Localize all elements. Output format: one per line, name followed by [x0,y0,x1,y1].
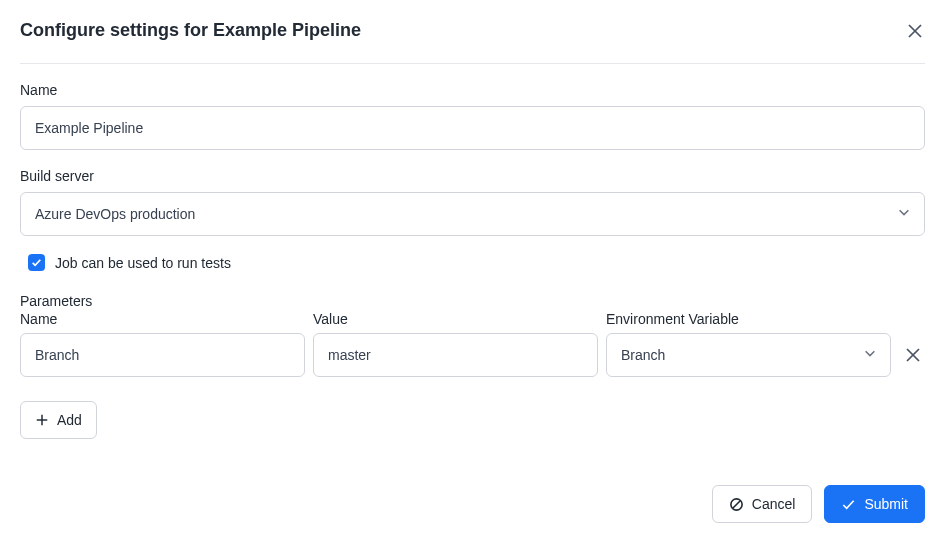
param-col-value: Value [313,311,598,327]
add-button[interactable]: Add [20,401,97,439]
submit-button[interactable]: Submit [824,485,925,523]
parameter-row [20,333,925,377]
param-value-input[interactable] [313,333,598,377]
svg-line-7 [733,500,741,508]
param-col-env: Environment Variable [606,311,891,327]
parameters-header-row: Name Value Environment Variable [20,311,925,333]
job-tests-label: Job can be used to run tests [55,255,231,271]
param-col-name: Name [20,311,305,327]
close-icon [907,23,923,39]
parameters-label: Parameters [20,293,925,309]
submit-button-label: Submit [864,496,908,512]
close-button[interactable] [905,21,925,41]
name-input[interactable] [20,106,925,150]
cancel-button-label: Cancel [752,496,796,512]
name-label: Name [20,82,925,98]
cancel-button[interactable]: Cancel [712,485,813,523]
dialog-header: Configure settings for Example Pipeline [20,20,925,64]
plus-icon [35,413,49,427]
dialog-title: Configure settings for Example Pipeline [20,20,361,41]
cancel-icon [729,497,744,512]
build-server-select[interactable] [20,192,925,236]
param-name-input[interactable] [20,333,305,377]
param-delete-button[interactable] [899,347,927,363]
checkbox-row: Job can be used to run tests [28,254,925,271]
build-server-group: Build server [20,168,925,236]
add-button-label: Add [57,412,82,428]
param-env-select[interactable] [606,333,891,377]
job-tests-checkbox[interactable] [28,254,45,271]
close-icon [905,347,921,363]
check-icon [841,497,856,512]
build-server-label: Build server [20,168,925,184]
name-group: Name [20,82,925,150]
check-icon [31,257,42,268]
footer-actions: Cancel Submit [712,485,925,523]
